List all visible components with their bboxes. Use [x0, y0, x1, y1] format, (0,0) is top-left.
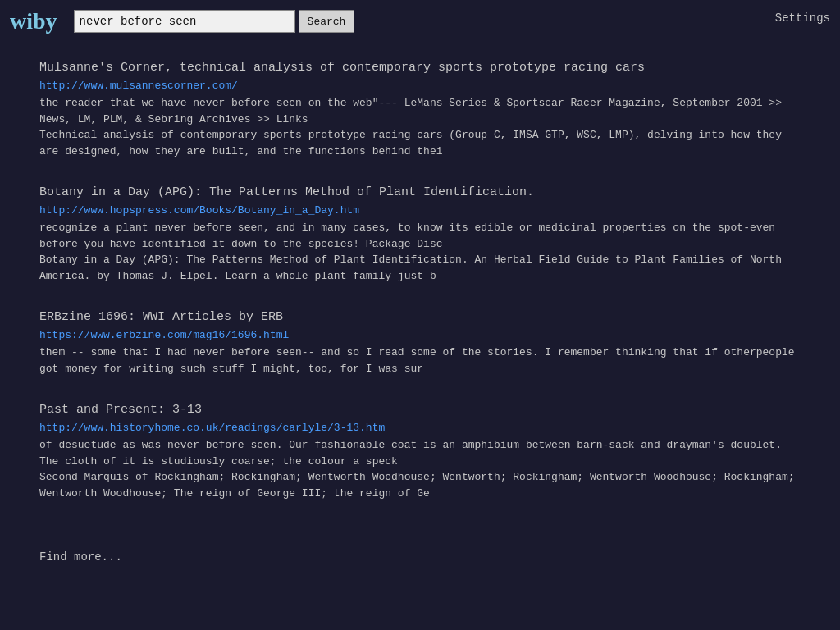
result-snippet: the reader that we have never before see… — [39, 95, 801, 127]
search-input[interactable] — [74, 10, 295, 33]
result-snippet: of desuetude as was never before seen. O… — [39, 437, 801, 469]
result-snippet: recognize a plant never before seen, and… — [39, 220, 801, 252]
results-container: Mulsanne's Corner, technical analysis of… — [0, 43, 840, 542]
result-snippet-2: Botany in a Day (APG): The Patterns Meth… — [39, 252, 801, 284]
result-snippet-2: Second Marquis of Rockingham; Rockingham… — [39, 469, 801, 501]
result-url[interactable]: http://www.hopspress.com/Books/Botany_in… — [39, 204, 801, 217]
result-title: ERBzine 1696: WWI Articles by ERB — [39, 308, 801, 326]
result-url[interactable]: https://www.erbzine.com/mag16/1696.html — [39, 329, 801, 341]
result-snippet-2: Technical analysis of contemporary sport… — [39, 127, 801, 159]
search-form: Search — [74, 10, 355, 33]
result-item: Botany in a Day (APG): The Patterns Meth… — [39, 184, 801, 284]
find-more-link[interactable]: Find more... — [0, 542, 840, 580]
result-title: Mulsanne's Corner, technical analysis of… — [39, 59, 801, 76]
result-item: Mulsanne's Corner, technical analysis of… — [39, 59, 801, 159]
result-url[interactable]: http://www.mulsannescorner.com/ — [39, 80, 801, 92]
result-item: ERBzine 1696: WWI Articles by ERBhttps:/… — [39, 308, 801, 377]
result-snippet: them -- some that I had never before see… — [39, 345, 801, 377]
logo[interactable]: wiby — [10, 8, 57, 34]
result-title: Botany in a Day (APG): The Patterns Meth… — [39, 184, 801, 201]
header: wiby Search Settings — [0, 0, 840, 43]
result-title: Past and Present: 3-13 — [39, 401, 801, 418]
result-item: Past and Present: 3-13http://www.history… — [39, 401, 801, 501]
result-url[interactable]: http://www.historyhome.co.uk/readings/ca… — [39, 422, 801, 434]
search-button[interactable]: Search — [299, 10, 355, 33]
settings-link[interactable]: Settings — [775, 11, 830, 25]
